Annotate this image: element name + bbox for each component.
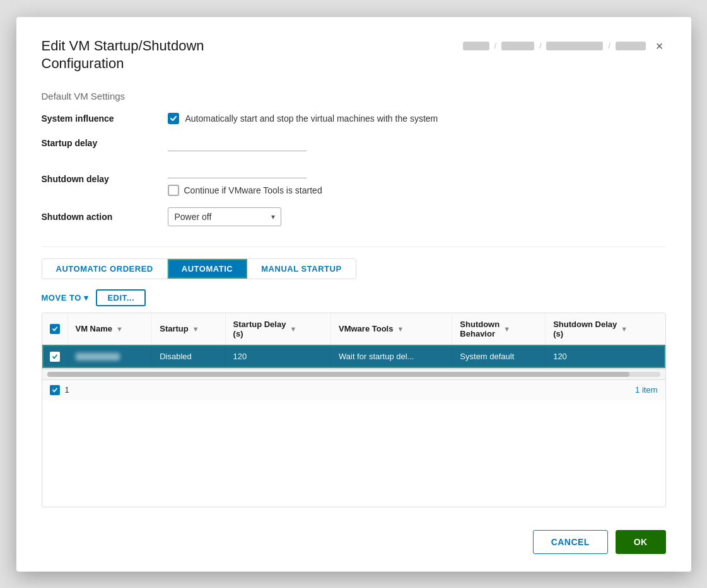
th-startup-delay: Startup Delay (s) ▼ (225, 313, 330, 345)
table-toolbar: MOVE TO ▾ EDIT... (42, 289, 666, 306)
th-shutdown-behavior: Shutdown Behavior ▼ (452, 313, 546, 345)
table-footer: 1 1 item (42, 379, 665, 400)
breadcrumb-item-4 (616, 42, 646, 50)
filter-icon-vm-name[interactable]: ▼ (116, 325, 123, 333)
td-startup: Disabled (152, 345, 225, 368)
horizontal-scrollbar[interactable] (42, 369, 665, 379)
tab-manual-startup[interactable]: MANUAL STARTUP (247, 259, 355, 279)
system-influence-checkbox-label: Automatically start and stop the virtual… (185, 113, 438, 124)
header-checkbox[interactable] (50, 324, 60, 334)
dialog-title: Edit VM Startup/Shutdown Configuration (42, 37, 204, 73)
close-button[interactable]: × (653, 37, 666, 55)
scrollbar-track (47, 372, 660, 377)
filter-icon-shutdown-delay[interactable]: ▼ (621, 325, 628, 333)
td-checkbox (42, 345, 68, 368)
th-shutdown-behavior-label: Shutdown Behavior (460, 320, 500, 338)
th-vm-name-label: VM Name (76, 324, 113, 333)
th-startup: Startup ▼ (152, 313, 225, 345)
table-container: VM Name ▼ Startup ▼ Startup Delay (s) (42, 313, 666, 507)
continue-checkbox[interactable] (168, 185, 179, 196)
shutdown-action-select[interactable]: Power off Shut down guest Suspend (168, 207, 281, 226)
breadcrumb-sep-2: / (539, 42, 541, 50)
table-row[interactable]: Disabled 120 Wait for startup del... Sys… (42, 345, 665, 368)
shutdown-action-control: Power off Shut down guest Suspend ▾ (168, 207, 666, 226)
tab-automatic[interactable]: AUTOMATIC (168, 259, 247, 279)
filter-icon-vmware-tools[interactable]: ▼ (397, 325, 404, 333)
startup-delay-input[interactable]: 120 (168, 135, 307, 151)
move-to-button[interactable]: MOVE TO ▾ (42, 293, 89, 303)
startup-delay-row: Startup delay 120 (42, 135, 666, 151)
system-influence-control: Automatically start and stop the virtual… (168, 113, 666, 124)
edit-button[interactable]: EDIT... (96, 289, 146, 306)
tab-automatic-ordered[interactable]: AUTOMATIC ORDERED (42, 259, 168, 279)
footer-item-label: 1 item (635, 385, 657, 395)
tabs-bar: AUTOMATIC ORDERED AUTOMATIC MANUAL START… (42, 258, 356, 279)
breadcrumb-item-1 (463, 42, 489, 50)
th-checkbox (42, 313, 68, 345)
td-shutdown-delay: 120 (546, 345, 665, 368)
th-vmware-tools: VMware Tools ▼ (330, 313, 452, 345)
shutdown-action-label: Shutdown action (42, 212, 168, 222)
chevron-down-icon: ▾ (84, 293, 89, 303)
th-startup-delay-label: Startup Delay (s) (233, 320, 286, 338)
shutdown-delay-label: Shutdown delay (42, 174, 168, 184)
breadcrumb-sep-3: / (608, 42, 610, 50)
breadcrumb-item-3 (546, 42, 603, 50)
row-checkbox[interactable] (50, 352, 60, 362)
cancel-button[interactable]: CANCEL (533, 530, 608, 554)
system-influence-row: System influence Automatically start and… (42, 113, 666, 124)
filter-icon-startup-delay[interactable]: ▼ (289, 325, 296, 333)
filter-icon-shutdown-behavior[interactable]: ▼ (503, 325, 510, 333)
shutdown-delay-row: Shutdown delay 120 Continue if VMware To… (42, 163, 666, 196)
data-table: VM Name ▼ Startup ▼ Startup Delay (s) (42, 313, 665, 369)
td-vm-name (67, 345, 152, 368)
move-to-label: MOVE TO (42, 293, 81, 303)
th-startup-label: Startup (160, 324, 189, 333)
ok-button[interactable]: OK (616, 530, 666, 554)
breadcrumb-sep-1: / (494, 42, 496, 50)
footer-left: 1 (50, 385, 69, 395)
shutdown-delay-input[interactable]: 120 (168, 163, 307, 178)
section-title: Default VM Settings (42, 91, 666, 101)
vm-name-cell (76, 353, 144, 360)
th-vmware-tools-label: VMware Tools (339, 324, 393, 333)
startup-delay-control: 120 (168, 135, 666, 151)
header-right: / / / × (463, 37, 666, 55)
shutdown-action-select-wrapper: Power off Shut down guest Suspend ▾ (168, 207, 281, 226)
shutdown-action-row: Shutdown action Power off Shut down gues… (42, 207, 666, 226)
scrollbar-thumb (47, 372, 629, 377)
footer-checkbox[interactable] (50, 385, 60, 395)
filter-icon-startup[interactable]: ▼ (192, 325, 199, 333)
th-vm-name: VM Name ▼ (67, 313, 152, 345)
system-influence-checkbox[interactable] (168, 113, 179, 124)
system-influence-label: System influence (42, 113, 168, 124)
shutdown-delay-control: 120 Continue if VMware Tools is started (168, 163, 666, 196)
dialog-header: Edit VM Startup/Shutdown Configuration /… (42, 37, 666, 73)
table-header-row: VM Name ▼ Startup ▼ Startup Delay (s) (42, 313, 665, 345)
td-shutdown-behavior: System default (452, 345, 546, 368)
breadcrumb: / / / (463, 42, 646, 50)
th-shutdown-delay: Shutdown Delay (s) ▼ (546, 313, 665, 345)
divider (42, 246, 666, 247)
continue-checkbox-label: Continue if VMware Tools is started (184, 185, 322, 195)
startup-delay-label: Startup delay (42, 138, 168, 148)
th-shutdown-delay-label: Shutdown Delay (s) (553, 320, 617, 338)
vm-name-value (76, 353, 120, 360)
td-startup-delay: 120 (225, 345, 330, 368)
footer-count: 1 (65, 385, 69, 395)
edit-vm-dialog: Edit VM Startup/Shutdown Configuration /… (16, 17, 691, 572)
dialog-footer: CANCEL OK (42, 522, 666, 554)
breadcrumb-item-2 (501, 42, 534, 50)
td-vmware-tools: Wait for startup del... (330, 345, 452, 368)
continue-row: Continue if VMware Tools is started (168, 185, 322, 196)
